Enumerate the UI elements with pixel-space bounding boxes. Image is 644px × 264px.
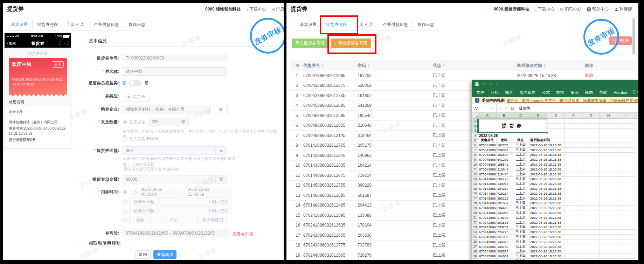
excel-ribbon-tab[interactable]: 公式 — [539, 88, 553, 97]
excel-cell — [617, 249, 635, 254]
quantity-radio2[interactable]: 导入提货券段号 — [123, 137, 158, 141]
tab-store-import[interactable]: 门店引入 — [352, 19, 378, 30]
excel-row-header: 19 — [472, 206, 478, 210]
cell-password: 390229 — [358, 183, 433, 188]
enter-icon[interactable]: ✓ — [504, 106, 507, 111]
excel-cell — [617, 148, 635, 153]
use-time-radio1[interactable] — [123, 190, 127, 194]
opt3-days-input[interactable] — [158, 207, 205, 215]
message-center-link[interactable]: ✉消息中心 — [271, 6, 284, 12]
cell-password: 161807 — [497, 153, 512, 158]
sort-icon[interactable] — [367, 63, 369, 68]
col-password[interactable]: 密码 — [358, 63, 433, 69]
use-time-range-field[interactable]: ◷ 2022-08-26 00:00:00 - 2022-12-31 23:59… — [130, 188, 230, 196]
total-input[interactable]: 60000 — [122, 175, 216, 183]
help-center-link[interactable]: ?帮助中心 — [587, 6, 609, 12]
col-modified-time[interactable]: 最后修改时间 — [517, 63, 583, 69]
quantity-input[interactable]: 200 — [148, 118, 178, 126]
excel-ribbon-tab[interactable]: 开始 — [487, 88, 502, 97]
opt4-input1[interactable] — [151, 216, 165, 224]
download-center-link[interactable]: ↓下载中心 — [246, 6, 266, 12]
cell-coupon-number: 670143886032612835 — [303, 163, 358, 168]
tab-enterprise-payment[interactable]: 企业付款信息 — [89, 19, 124, 30]
type-label: 券类型: — [46, 92, 119, 100]
name-box[interactable]: A1▼ — [472, 104, 497, 112]
cell-status: 已上架 — [512, 235, 529, 239]
excel-cell — [600, 186, 617, 191]
tab-enterprise-payment[interactable]: 企业付款信息 — [378, 19, 413, 30]
range-input[interactable]: 670041886032612065 ~ 690947886032612205 — [122, 229, 229, 237]
cell-coupon-number: 670243886032612775 — [303, 243, 358, 248]
column-settings[interactable]: ⚙ — [290, 63, 303, 68]
download-center-link[interactable]: ↓下载中心 — [535, 6, 555, 12]
excel-cell — [617, 167, 635, 172]
cancel-icon[interactable]: × — [499, 106, 501, 111]
cell-modified: 2022-08-26 15:25:38 — [529, 230, 565, 235]
tab-basic-settings[interactable]: 基本设置 — [295, 19, 321, 30]
continue-add-button[interactable]: 继续新增 — [153, 250, 176, 259]
tab-voucher-segments[interactable]: 提货券号段 — [321, 19, 352, 30]
excel-ribbon-tab[interactable]: Acrobat — [610, 88, 631, 97]
excel-ribbon-tab[interactable]: 数据 — [553, 88, 567, 97]
radio-import-label: 导入提货券段号 — [129, 137, 158, 141]
amount-input[interactable]: 300 — [122, 146, 216, 155]
sort-icon[interactable] — [543, 63, 546, 68]
excel-grid: 提货券 12342022-08-265优惠券号密码状态最后修改时间6670041… — [472, 119, 638, 260]
qat-dropdown-icon[interactable]: ▼ — [496, 83, 498, 85]
excel-cell-filler — [635, 196, 638, 201]
excel-row-header: 23 — [472, 225, 478, 230]
back-button[interactable]: 返回 — [135, 250, 151, 259]
formula-value[interactable]: 提货券 — [517, 106, 531, 111]
quantity-radio1[interactable]: 直接发放 — [123, 120, 146, 124]
tab-voucher-segments[interactable]: 提货券号段 — [32, 19, 63, 30]
excel-cell — [565, 143, 582, 148]
sort-icon[interactable] — [321, 63, 324, 68]
excel-tellme[interactable]: 操作说明搜索 — [632, 90, 638, 95]
message-center-link[interactable]: ✉消息中心 — [560, 6, 581, 12]
excel-cell — [600, 206, 617, 210]
select-all-corner[interactable] — [472, 113, 478, 118]
excel-cell — [565, 191, 582, 196]
excel-cell — [617, 201, 635, 206]
undo-icon[interactable]: ↶ — [482, 82, 486, 86]
view-coupon-list-link[interactable]: 查看券列表 — [233, 231, 254, 237]
excel-ribbon-tab[interactable]: 审阅 — [567, 88, 582, 97]
excel-formula-bar: A1▼ × ✓ fx 提货券 — [472, 104, 638, 113]
excel-row-header: 25 — [472, 235, 478, 239]
delete-link[interactable]: 删除 — [585, 73, 593, 78]
save-icon[interactable] — [475, 82, 479, 86]
excel-ribbon-tab[interactable]: 插入 — [502, 88, 516, 97]
use-time-radio4[interactable] — [123, 218, 127, 222]
excel-ribbon-tab[interactable]: 文件 — [473, 88, 487, 97]
tab-operation-log[interactable]: 操作日志 — [413, 19, 439, 30]
col-coupon-number[interactable]: 优惠券号 — [303, 63, 358, 69]
name-input[interactable]: 欢庆中秋 — [122, 67, 227, 76]
excel-cell — [565, 119, 582, 124]
redo-icon[interactable]: ↷ — [489, 82, 492, 86]
scrollbar-thumb[interactable] — [632, 18, 635, 54]
use-time-radio3[interactable] — [123, 209, 127, 213]
member-toggle[interactable] — [129, 80, 141, 86]
excel-row-header: 9 — [472, 157, 478, 162]
excel-ribbon-tab[interactable]: 视图 — [582, 88, 596, 97]
import-segments-button[interactable]: 导入提货券号段 — [292, 39, 328, 48]
opt4-input2[interactable] — [183, 216, 198, 224]
excel-ribbon-tab[interactable]: 帮助 — [596, 88, 610, 97]
use-time-radio2[interactable] — [123, 200, 127, 204]
type-radio-box[interactable]: 提货券 — [122, 92, 150, 102]
user-menu[interactable]: 孙娜娜 — [614, 6, 632, 12]
export-segments-button[interactable]: ↓导出提货券号段 — [331, 39, 371, 48]
opt2-days-input[interactable] — [158, 197, 205, 206]
excel-row-header: 16 — [472, 191, 478, 196]
tab-basic-settings[interactable]: 基本设置 — [6, 19, 33, 30]
enterprise-input[interactable]: 领锋智能科技（嘉兴）有限公司 — [122, 105, 211, 113]
col-status[interactable]: 状态 — [433, 63, 517, 69]
sort-icon[interactable] — [443, 63, 445, 68]
excel-ribbon-tab[interactable]: 页面布局 — [516, 88, 539, 97]
voucher-no-input[interactable]: TH00002208260003 — [122, 54, 227, 62]
excel-cell-filler — [635, 254, 638, 259]
tab-store-import[interactable]: 门店引入 — [63, 19, 89, 30]
fx-icon[interactable]: fx — [511, 106, 514, 111]
enterprise-search-button[interactable] — [214, 105, 228, 114]
tab-operation-log[interactable]: 操作日志 — [124, 19, 150, 30]
